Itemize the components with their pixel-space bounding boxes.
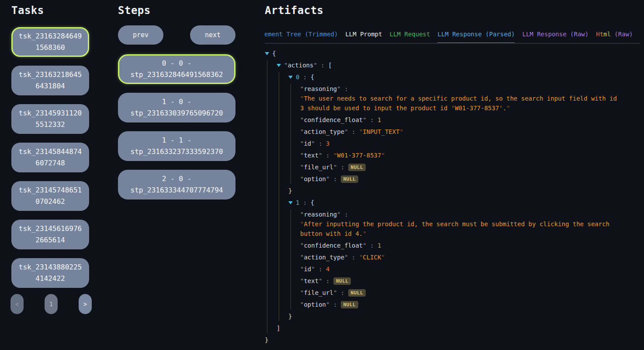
json-row: "option" : NULL xyxy=(300,300,641,309)
task-list: tsk_231632846491568360tsk_23163218645643… xyxy=(11,27,89,288)
step-list: 0 - 0 - stp_2316328464915683621 - 0 - st… xyxy=(118,54,235,200)
json-row: 1 : { xyxy=(288,198,641,207)
tab-llm-prompt[interactable]: LLM Prompt xyxy=(345,27,382,44)
json-row: "reasoning" : "After inputting the produ… xyxy=(300,210,641,238)
json-row: } xyxy=(288,312,641,321)
step-item[interactable]: 1 - 0 - stp_231633039765096720 xyxy=(118,93,235,122)
json-string-value: "INPUT_TEXT" xyxy=(359,128,403,135)
json-node: "text" : NULL xyxy=(300,276,641,286)
json-row: "file_url" : NULL xyxy=(300,162,641,172)
json-key: "text" xyxy=(300,277,322,284)
json-children: 0 : {"reasoning" : "The user needs to se… xyxy=(279,72,641,321)
json-row: "option" : NULL xyxy=(300,174,641,184)
json-row: } xyxy=(265,335,641,345)
json-key: "text" xyxy=(300,152,322,159)
task-item[interactable]: tsk_231632846491568360 xyxy=(11,27,89,57)
tab-llm-response-parsed[interactable]: LLM Response (Parsed) xyxy=(437,27,515,44)
json-number-value: 3 xyxy=(326,140,329,147)
pagination-next-button[interactable]: > xyxy=(79,294,92,314)
step-item[interactable]: 0 - 0 - stp_231632846491568362 xyxy=(118,54,235,84)
task-item[interactable]: tsk_231456169762665614 xyxy=(11,220,89,249)
json-key: "confidence_float" xyxy=(300,242,367,249)
json-children: "actions" : [0 : {"reasoning" : "The use… xyxy=(267,60,641,333)
json-node: "action_type" : "CLICK" xyxy=(300,252,641,262)
json-row: "action_type" : "CLICK" xyxy=(300,252,641,262)
json-key: "file_url" xyxy=(300,289,337,296)
json-key: "action_type" xyxy=(300,254,348,261)
step-prev-button[interactable]: prev xyxy=(118,25,163,45)
tab-html-raw[interactable]: Html (Raw) xyxy=(596,27,633,44)
json-number-value: 1 xyxy=(377,116,381,123)
json-key: "reasoning" xyxy=(300,211,341,218)
json-row: "action_type" : "INPUT_TEXT" xyxy=(300,127,641,136)
tasks-pagination: < 1 > xyxy=(10,294,92,314)
json-node: 1 : {"reasoning" : "After inputting the … xyxy=(288,198,641,321)
task-item[interactable]: tsk_231457486510702462 xyxy=(11,181,89,211)
json-key: "confidence_float" xyxy=(300,116,367,123)
step-item[interactable]: 2 - 0 - stp_231633344707774794 xyxy=(118,170,235,200)
tasks-panel-title: Tasks xyxy=(11,4,44,17)
task-item[interactable]: tsk_231458448746072748 xyxy=(11,143,89,172)
json-tree-viewer: {"actions" : [0 : {"reasoning" : "The us… xyxy=(265,46,641,350)
artifacts-panel-title: Artifacts xyxy=(265,4,324,17)
step-next-button[interactable]: next xyxy=(190,25,235,45)
json-key: "reasoning" xyxy=(300,85,341,92)
tab-element-tree-trimmed[interactable]: Element Tree (Trimmed) xyxy=(265,27,338,44)
json-row: "confidence_float" : 1 xyxy=(300,241,641,250)
json-string-value: "CLICK" xyxy=(359,254,385,261)
json-row: } xyxy=(288,186,641,196)
collapse-triangle-icon[interactable] xyxy=(288,201,293,204)
json-row: "text" : NULL xyxy=(300,276,641,286)
json-node: {"actions" : [0 : {"reasoning" : "The us… xyxy=(265,49,641,345)
collapse-triangle-icon[interactable] xyxy=(288,76,293,79)
json-node: "confidence_float" : 1 xyxy=(300,115,641,125)
steps-panel-title: Steps xyxy=(118,4,151,17)
json-node: "option" : NULL xyxy=(300,174,641,184)
null-badge: NULL xyxy=(348,289,366,297)
null-badge: NULL xyxy=(333,277,351,285)
json-row: 0 : { xyxy=(288,72,641,82)
json-row: "text" : "W01-377-8537" xyxy=(300,150,641,160)
json-row: "actions" : [ xyxy=(277,60,641,70)
json-key: "file_url" xyxy=(300,164,337,171)
task-item[interactable]: tsk_231459311205512332 xyxy=(11,104,89,134)
json-node: "reasoning" : "After inputting the produ… xyxy=(300,210,641,238)
json-string-value: "After inputting the product id, the sea… xyxy=(300,219,620,238)
json-children: "reasoning" : "The user needs to search … xyxy=(291,84,641,184)
json-node: "id" : 3 xyxy=(300,139,641,148)
json-row: "id" : 4 xyxy=(300,264,641,274)
json-key: "id" xyxy=(300,266,315,273)
json-row: "confidence_float" : 1 xyxy=(300,115,641,125)
tab-llm-request[interactable]: LLM Request xyxy=(390,27,430,44)
json-node: "file_url" : NULL xyxy=(300,162,641,172)
json-row: ] xyxy=(277,323,641,333)
json-node: "id" : 4 xyxy=(300,264,641,274)
json-node: "actions" : [0 : {"reasoning" : "The use… xyxy=(277,60,641,333)
json-node: "action_type" : "INPUT_TEXT" xyxy=(300,127,641,136)
collapse-triangle-icon[interactable] xyxy=(277,64,281,67)
task-item[interactable]: tsk_231438802254142422 xyxy=(11,258,89,288)
json-node: "confidence_float" : 1 xyxy=(300,241,641,250)
null-badge: NULL xyxy=(341,301,359,308)
step-item[interactable]: 1 - 1 - stp_231633237333592370 xyxy=(118,131,235,161)
step-nav: prev next xyxy=(118,25,235,45)
null-badge: NULL xyxy=(348,164,366,171)
json-key: "option" xyxy=(300,301,329,308)
json-key: "actions" xyxy=(284,62,317,69)
json-node: 0 : {"reasoning" : "The user needs to se… xyxy=(288,72,641,196)
json-number-value: 1 xyxy=(377,242,381,249)
pagination-prev-button[interactable]: < xyxy=(10,294,24,314)
json-string-value: "The user needs to search for a specific… xyxy=(300,94,620,113)
pagination-page-1-button[interactable]: 1 xyxy=(45,294,58,314)
collapse-triangle-icon[interactable] xyxy=(265,52,269,55)
json-row: "id" : 3 xyxy=(300,139,641,148)
json-key: "option" xyxy=(300,175,329,182)
json-row: "file_url" : NULL xyxy=(300,288,641,298)
tab-llm-response-raw[interactable]: LLM Response (Raw) xyxy=(522,27,589,44)
json-string-value: "W01-377-8537" xyxy=(333,152,385,159)
json-key: "action_type" xyxy=(300,128,348,135)
task-item[interactable]: tsk_231632186456431804 xyxy=(11,66,89,95)
json-key: "id" xyxy=(300,140,315,147)
json-node: "option" : NULL xyxy=(300,300,641,309)
artifacts-tab-bar: Element Tree (Trimmed)LLM PromptLLM Requ… xyxy=(265,27,641,44)
